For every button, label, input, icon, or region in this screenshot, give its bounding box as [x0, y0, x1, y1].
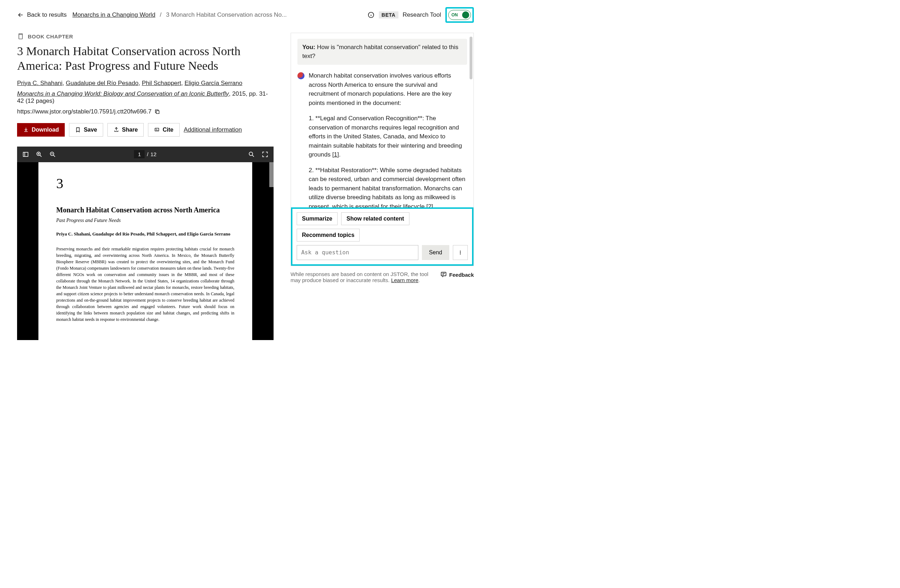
chapter-subtitle: Past Progress and Future Needs — [56, 218, 234, 223]
page-count-separator: / — [147, 151, 148, 157]
download-button[interactable]: Download — [17, 123, 65, 137]
pdf-page: 3 Monarch Habitat Conservation across No… — [39, 162, 252, 340]
authors-list: Priya C. Shahani, Guadalupe del Río Pesa… — [17, 80, 273, 87]
breadcrumb-current: 3 Monarch Habitat Conservation across No… — [166, 11, 287, 18]
author-link[interactable]: Guadalupe del Río Pesado — [66, 80, 138, 87]
beta-badge: BETA — [379, 11, 399, 19]
citation-link-1[interactable]: 1 — [334, 151, 337, 158]
cite-button[interactable]: Cite — [148, 123, 179, 137]
sidebar-toggle-icon[interactable] — [22, 151, 29, 158]
feedback-icon — [440, 271, 447, 278]
pdf-viewer: / 12 3 Monarch Habitat Conservation acro… — [17, 147, 273, 340]
disclaimer-text: While responses are based on content on … — [291, 271, 434, 283]
additional-information-link[interactable]: Additional information — [184, 126, 242, 133]
user-prefix: You: — [303, 44, 315, 51]
summarize-button[interactable]: Summarize — [297, 213, 338, 225]
back-to-results[interactable]: Back to results — [17, 11, 67, 19]
ai-message: Monarch habitat conservation involves va… — [297, 71, 467, 207]
learn-more-link[interactable]: Learn more — [391, 277, 418, 283]
chapter-authors: Priya C. Shahani, Guadalupe del Río Pesa… — [56, 231, 234, 237]
author-link[interactable]: Phil Schappert — [142, 80, 182, 87]
svg-point-10 — [460, 254, 461, 254]
page-count-total: 12 — [151, 151, 157, 157]
search-icon[interactable] — [248, 151, 255, 158]
copy-link-icon[interactable] — [154, 109, 160, 115]
zoom-out-icon[interactable] — [49, 151, 56, 158]
user-question-text: How is "monarch habitat conservation" re… — [303, 44, 459, 59]
cite-icon — [154, 127, 160, 133]
breadcrumb-source-link[interactable]: Monarchs in a Changing World — [73, 11, 155, 18]
fullscreen-icon[interactable] — [261, 151, 268, 158]
svg-rect-2 — [156, 111, 159, 113]
ai-point-1: 1. **Legal and Conservation Recognition*… — [309, 114, 467, 159]
arrow-left-icon — [17, 11, 24, 19]
dots-vertical-icon — [458, 250, 463, 255]
author-link[interactable]: Eligio García Serrano — [185, 80, 243, 87]
ai-point-2: 2. **Habitat Restoration**: While some d… — [309, 166, 467, 207]
save-button[interactable]: Save — [69, 123, 103, 137]
svg-rect-11 — [441, 272, 446, 276]
recommend-topics-button[interactable]: Recommend topics — [297, 229, 360, 242]
chapter-title: Monarch Habitat Conservation across Nort… — [56, 206, 234, 214]
toggle-on-label: ON — [452, 12, 458, 17]
svg-rect-4 — [23, 152, 28, 157]
ai-avatar-icon — [297, 72, 304, 79]
doctype-label: BOOK CHAPTER — [28, 33, 73, 39]
viewer-scrollbar[interactable] — [269, 162, 273, 187]
share-button[interactable]: Share — [107, 123, 144, 137]
toggle-knob — [462, 11, 469, 19]
svg-point-8 — [460, 251, 461, 251]
bookmark-icon — [75, 127, 81, 133]
research-tool-toggle[interactable]: ON — [448, 10, 471, 20]
stable-url-text: https://www.jstor.org/stable/10.7591/j.c… — [17, 108, 152, 115]
chapter-number: 3 — [56, 175, 234, 192]
breadcrumb-separator: / — [160, 11, 161, 18]
user-message: You: How is "monarch habitat conservatio… — [297, 39, 467, 65]
research-tool-label: Research Tool — [403, 11, 441, 19]
svg-point-9 — [460, 252, 461, 253]
more-options-button[interactable] — [453, 245, 468, 260]
feedback-button[interactable]: Feedback — [440, 271, 474, 278]
info-icon[interactable] — [368, 11, 375, 19]
svg-rect-3 — [155, 128, 159, 131]
show-related-button[interactable]: Show related content — [341, 213, 410, 225]
chapter-body: Preserving monarchs and their remarkable… — [56, 246, 234, 323]
send-button[interactable]: Send — [422, 245, 449, 260]
svg-point-7 — [249, 152, 253, 155]
download-icon — [23, 127, 29, 133]
back-label: Back to results — [27, 11, 67, 19]
research-tool-panel: You: How is "monarch habitat conservatio… — [291, 33, 474, 266]
chat-scrollbar[interactable] — [470, 33, 473, 207]
source-title-link[interactable]: Monarchs in a Changing World: Biology an… — [17, 90, 229, 97]
ask-question-input[interactable] — [297, 245, 418, 260]
book-icon — [17, 33, 24, 40]
page-number-input[interactable] — [134, 150, 145, 158]
ai-intro-paragraph: Monarch habitat conservation involves va… — [309, 71, 467, 107]
author-link[interactable]: Priya C. Shahani — [17, 80, 63, 87]
citation-link-2[interactable]: 2 — [428, 203, 431, 207]
page-title: 3 Monarch Habitat Conservation across No… — [17, 44, 273, 73]
share-icon — [113, 127, 119, 133]
zoom-in-icon[interactable] — [36, 151, 43, 158]
